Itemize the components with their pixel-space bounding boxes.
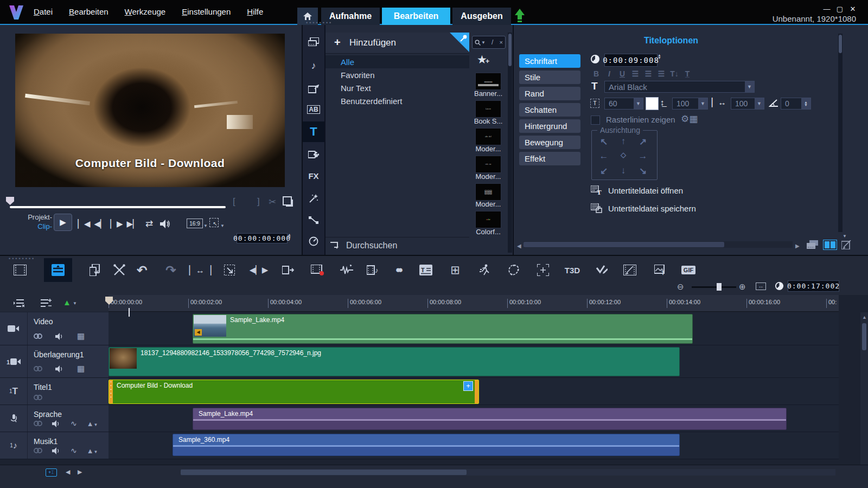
align-left-button[interactable]: ← xyxy=(598,151,609,162)
align-top-right-button[interactable]: ↗ xyxy=(637,136,648,147)
tab-effekt[interactable]: Effekt xyxy=(519,152,580,165)
graphics-library-icon[interactable] xyxy=(303,145,324,164)
aspect-caret-icon[interactable]: ▼ xyxy=(203,223,208,228)
fit-project-icon[interactable]: ▏↔▕ xyxy=(191,260,209,280)
minimize-button[interactable]: — xyxy=(822,4,831,13)
category-favoriten[interactable]: Favoriten xyxy=(326,68,469,81)
link-icon[interactable] xyxy=(34,333,42,339)
capture-icon[interactable] xyxy=(308,260,327,280)
media-library-icon[interactable] xyxy=(303,33,324,51)
menu-einstellungen[interactable]: Einstellungen xyxy=(182,7,231,16)
video-clip[interactable]: ◀ Sample_Lake.mp4 xyxy=(193,314,693,344)
template-thumb[interactable]: ▬▬▬ xyxy=(475,73,501,90)
music-clip[interactable]: Sample_360.mp4 xyxy=(173,434,680,456)
share-upload-icon[interactable] xyxy=(514,9,525,23)
title-library-icon[interactable]: T xyxy=(303,121,324,142)
trim-icon[interactable] xyxy=(279,260,297,280)
selection-caret-icon[interactable]: ▼ xyxy=(220,223,225,228)
timeline-view-icon[interactable] xyxy=(44,258,72,282)
next-frame-icon[interactable]: ▏▶ xyxy=(108,219,125,229)
track-volume-icon[interactable] xyxy=(55,365,64,373)
fit-timeline-icon[interactable]: ↔ xyxy=(756,282,766,290)
tab-ausgeben[interactable]: Ausgeben xyxy=(452,8,511,25)
font-size-select[interactable]: 60▼ xyxy=(604,98,643,110)
ab-transition-icon[interactable]: AB xyxy=(303,100,324,119)
ripple-edit-icon[interactable]: ▲ xyxy=(63,298,71,307)
transition-library-icon[interactable] xyxy=(303,80,324,98)
horizontal-text-icon[interactable]: T̲ xyxy=(681,69,694,78)
underline-button[interactable]: U xyxy=(616,69,629,78)
resize-icon[interactable] xyxy=(220,260,239,280)
options-vscrollbar[interactable] xyxy=(838,34,843,232)
title-duration-field[interactable]: 0:00:09:008 xyxy=(604,54,658,67)
timeline-timecode[interactable]: 0:00:17:002 xyxy=(788,280,839,292)
voice-track-header[interactable]: Sprache ∿ ▲▼ xyxy=(0,405,108,432)
template-thumb[interactable]: ᵃᵇᶜ ᵈᵉᶠ xyxy=(475,128,501,145)
audio-library-icon[interactable]: ♪ xyxy=(303,56,324,75)
go-start-icon[interactable]: ▏◀ xyxy=(76,219,92,229)
template-thumb[interactable]: ᴸᵒʳᵉᵐ xyxy=(475,100,501,118)
fade-icon[interactable]: ▲▼ xyxy=(87,447,98,455)
photo-text-icon[interactable]: T xyxy=(651,260,669,280)
play-button[interactable]: ▶ xyxy=(54,214,72,231)
align-bottom-button[interactable]: ↓ xyxy=(618,165,629,176)
library-view-icon[interactable] xyxy=(807,240,819,249)
scroll-up-icon[interactable]: ▲ xyxy=(862,314,867,320)
browse-button[interactable]: Durchsuchen xyxy=(330,241,397,251)
copy-paste-icon[interactable] xyxy=(86,260,104,280)
add-favorite-button[interactable]: ★+ xyxy=(477,53,489,66)
clip-trim-handle-right[interactable] xyxy=(475,380,478,403)
transparency-icon[interactable]: ▦ xyxy=(77,331,85,341)
tab-schatten[interactable]: Schatten xyxy=(519,103,580,117)
font-family-select[interactable]: Arial Black▼ xyxy=(604,81,755,93)
title-clip[interactable]: ••••• Computer Bild - Download + xyxy=(108,380,479,404)
preview-title-overlay[interactable]: Computer Bild - Download xyxy=(15,157,285,170)
align-bottom-left-button[interactable]: ↙ xyxy=(598,165,609,177)
add-remove-track-icon[interactable] xyxy=(41,299,52,308)
undo-icon[interactable]: ↶ xyxy=(133,260,151,280)
mask-creator-icon[interactable] xyxy=(505,260,523,280)
tab-rand[interactable]: Rand xyxy=(519,87,580,100)
clip-mode-label[interactable]: Clip- xyxy=(37,222,52,230)
split-clip-icon[interactable]: ◀▏▶ xyxy=(250,260,268,280)
tab-bewegung[interactable]: Bewegung xyxy=(519,136,580,149)
multicam-grid-icon[interactable]: ⊞ xyxy=(446,260,464,280)
clip-volume-line[interactable] xyxy=(193,338,692,340)
prev-frame-icon[interactable]: ◀▏ xyxy=(92,219,108,229)
preview-timecode[interactable]: 00:00:00:000 xyxy=(237,233,288,243)
category-alle[interactable]: Alle xyxy=(326,55,469,68)
edit-options-icon[interactable] xyxy=(841,240,852,249)
options-hscrollbar[interactable] xyxy=(524,241,793,248)
align-top-left-button[interactable]: ↖ xyxy=(598,136,609,147)
vertical-text-icon[interactable]: T↓ xyxy=(668,69,681,78)
font-color-swatch[interactable] xyxy=(646,97,659,110)
link-icon[interactable] xyxy=(34,420,42,427)
fade-icon[interactable]: ▲▼ xyxy=(87,420,98,428)
speed-library-icon[interactable] xyxy=(303,232,324,251)
align-bottom-right-button[interactable]: ↘ xyxy=(637,165,648,177)
grid-settings-icon[interactable]: ⚙▦ xyxy=(681,113,698,125)
timecode-spinner[interactable]: ▲▼ xyxy=(288,233,291,239)
ducking-icon[interactable]: ∿ xyxy=(71,419,77,428)
link-icon[interactable] xyxy=(34,447,42,454)
paint-creator-icon[interactable] xyxy=(592,260,611,280)
italic-button[interactable]: I xyxy=(603,69,616,78)
blend-circles-icon[interactable]: ●● xyxy=(388,260,407,280)
mark-in-icon[interactable]: [ xyxy=(233,196,235,207)
redo-icon[interactable]: ↷ xyxy=(162,260,180,280)
enlarge-preview-icon[interactable] xyxy=(283,196,292,206)
filter-library-icon[interactable]: FX xyxy=(303,166,324,185)
search-box[interactable]: ▼ / × xyxy=(472,36,506,49)
zoom-out-icon[interactable]: ⊖ xyxy=(677,282,684,292)
scrubber-handle[interactable] xyxy=(6,197,14,205)
video-mask-icon[interactable] xyxy=(621,260,639,280)
repeat-icon[interactable]: ⇄ xyxy=(141,218,157,229)
add-icon[interactable]: + xyxy=(334,36,341,49)
video-track-header[interactable]: Video ▦ xyxy=(0,312,108,345)
line-spacing-select[interactable]: 100▼ xyxy=(672,98,708,110)
project-mode-label[interactable]: Projekt- xyxy=(28,213,52,221)
track-manager-icon[interactable] xyxy=(14,299,24,308)
title-track-header[interactable]: 1T Titel1 xyxy=(0,378,108,405)
link-icon[interactable] xyxy=(34,365,42,372)
grid-checkbox[interactable] xyxy=(591,115,600,125)
